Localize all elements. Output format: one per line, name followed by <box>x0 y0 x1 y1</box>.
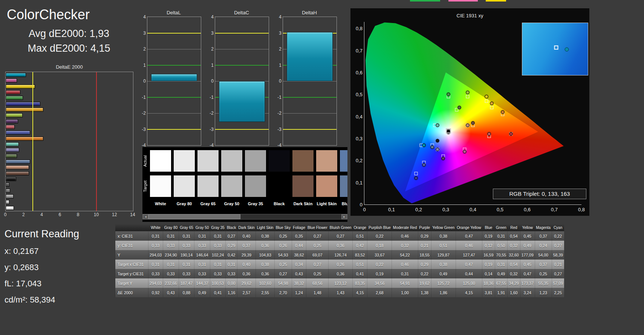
target-swatch-light-skin[interactable] <box>316 175 337 197</box>
target-swatch-gray-35[interactable] <box>245 175 266 197</box>
cie-ylabel-3: 0,3 <box>356 136 363 141</box>
cell-target-x-cie31-gray-50: 0,31 <box>194 260 210 269</box>
cell-e-2000-purple: 1,38 <box>418 288 431 297</box>
cell-e-2000-magenta: 1,23 <box>535 288 552 297</box>
target-swatch-gray-80[interactable] <box>174 175 195 197</box>
cell-target-y-cie31-green: 0,49 <box>495 269 508 278</box>
scroll-left-arrow[interactable]: ◄ <box>143 214 148 219</box>
measured-point-cyan <box>422 143 426 147</box>
deltae-tick-8: 8 <box>77 212 80 217</box>
target-swatch-white[interactable] <box>150 175 171 197</box>
swatch-column-gray-65: Gray 65 <box>197 150 219 211</box>
cell-target-y-cie31-orange: 0,41 <box>353 269 367 278</box>
actual-swatch-white[interactable] <box>150 150 171 172</box>
cell-target-y-cie31-light-skin: 0,36 <box>256 269 275 278</box>
target-swatch-gray-65[interactable] <box>197 175 219 197</box>
actual-swatch-gray-80[interactable] <box>174 150 195 172</box>
deltae-bar-purple <box>6 119 18 123</box>
column-header-gray-80: Gray 80 <box>163 224 179 231</box>
deltae-bar-foliage <box>6 154 17 158</box>
cie-ylabel-2: 0,2 <box>356 158 363 163</box>
deltaH-ylabel--3: -3 <box>272 127 281 132</box>
scroll-right-arrow[interactable]: ► <box>341 214 347 219</box>
measured-point-purplish-blue <box>422 163 426 167</box>
table-row-x-cie31: x: CIE310,310,310,310,310,310,270,400,38… <box>115 231 564 241</box>
cell-y-cie31-orange: 0,42 <box>353 241 367 250</box>
actual-swatch-gray-35[interactable] <box>245 150 266 172</box>
deltae-bar-orange-yellow <box>6 108 43 112</box>
deltaH-refline--3 <box>283 129 337 130</box>
deltae-bar-blue <box>6 102 40 106</box>
deltae-bar-blue-sky <box>6 160 30 164</box>
measured-point-dark-skin <box>471 121 475 125</box>
deltaH-refline--1 <box>283 97 337 98</box>
swatch-column-gray-80: Gray 80 <box>174 150 195 211</box>
cell-e-2000-gray-65: 0,88 <box>179 288 194 297</box>
swatch-label-light-skin: Light Skin <box>316 201 337 206</box>
cie-ylabel-1: 0,1 <box>356 180 363 185</box>
table-row-target-y-cie31: Target y:CIE310,330,330,330,330,330,330,… <box>115 269 564 278</box>
cell-target-x-cie31-purplish-blue: 0,22 <box>367 260 392 269</box>
actual-swatch-gray-50[interactable] <box>221 150 242 172</box>
cie-ylabel-5: 0,5 <box>356 92 363 97</box>
cell-y-purple: 18,55 <box>418 250 431 260</box>
cell-x-cie31-cyan: 0,22 <box>552 231 564 241</box>
deltaH-ylabel-1: 1 <box>272 63 281 68</box>
column-header-gray-35: Gray 35 <box>210 224 226 231</box>
target-swatch-black[interactable] <box>269 175 290 197</box>
cell-x-cie31-green: 0,31 <box>495 231 508 241</box>
actual-swatch-gray-65[interactable] <box>197 150 219 172</box>
cell-target-y-cie31-magenta: 0,25 <box>535 269 552 278</box>
reading-y: y: 0,2683 <box>5 263 114 272</box>
cell-e-2000-bluish-green: 1,43 <box>329 288 353 297</box>
measured-point-bluish-green <box>436 124 439 127</box>
deltae-bar-black <box>6 177 16 181</box>
column-header-magenta: Magenta <box>535 224 552 231</box>
cell-x-cie31-dark-skin: 0,40 <box>237 231 255 241</box>
actual-swatch-light-skin[interactable] <box>316 150 337 172</box>
cell-e-2000-white: 0,92 <box>148 288 163 297</box>
swatch-scrollbar[interactable]: ◄ ► <box>142 214 347 220</box>
deltae-bar-orange <box>6 137 43 141</box>
measured-point-red <box>509 132 512 136</box>
deltae-bar-green <box>6 96 23 100</box>
cell-target-y-green: 67,55 <box>495 278 508 288</box>
actual-swatch-blue-sky[interactable] <box>340 150 347 172</box>
actual-swatch-dark-skin[interactable] <box>292 150 314 172</box>
actual-swatch-black[interactable] <box>269 150 290 172</box>
inset-target-marker <box>554 45 558 49</box>
cell-y-cie31-moderate-red: 0,32 <box>392 241 418 250</box>
deltae-bar-blue-flower <box>6 148 19 152</box>
target-swatch-gray-50[interactable] <box>221 175 242 197</box>
row-label-e-2000: ΔE 2000 <box>115 288 148 297</box>
row-label-y-cie31: y: CIE31 <box>115 241 148 250</box>
swatch-label-white: White <box>150 201 171 206</box>
deltaH-bar <box>287 32 333 81</box>
cell-y-blue-flower: 69,07 <box>306 250 329 260</box>
deltaC-refline--3 <box>215 129 269 130</box>
cell-y-cie31-yellow-green: 0,51 <box>431 241 456 250</box>
cie-1931-panel: CIE 1931 xy 00,10,20,30,40,50,60,70,8 00… <box>350 8 589 216</box>
green-tab[interactable] <box>410 0 440 2</box>
deltac-chart: DeltaC 43210-1-2-3-4 <box>207 10 271 153</box>
pink-tab[interactable] <box>448 0 478 2</box>
deltac-chart-title: DeltaC <box>215 10 268 15</box>
page-title: ColorChecker <box>7 7 131 23</box>
target-swatch-blue-sky[interactable] <box>340 175 347 197</box>
cell-y-cie31-purplish-blue: 0,18 <box>367 241 392 250</box>
target-swatch-dark-skin[interactable] <box>292 175 314 197</box>
swatch-panel: Actual Target WhiteGray 80Gray 65Gray 50… <box>142 147 347 222</box>
cie-ylabel-7: 0,7 <box>356 48 363 53</box>
deltaL-bar <box>151 74 197 81</box>
reading-cdm2: cd/m²: 58,394 <box>5 295 114 305</box>
deltaC-refline-3 <box>215 33 269 34</box>
yellow-tab[interactable] <box>486 0 506 2</box>
cell-target-y-cie31-purplish-blue: 0,19 <box>367 269 392 278</box>
deltal-plot: 43210-1-2-3-4 <box>147 17 201 146</box>
scrollbar-thumb[interactable] <box>148 214 240 219</box>
cell-y-gray-80: 234,90 <box>163 250 179 260</box>
cell-e-2000-gray-35: 0,41 <box>210 288 226 297</box>
deltae-bar-white <box>6 206 14 210</box>
rgb-triplet-readout: RGB Triplet: 0, 133, 163 <box>493 189 586 199</box>
cell-x-cie31-purplish-blue: 0,22 <box>367 231 392 241</box>
